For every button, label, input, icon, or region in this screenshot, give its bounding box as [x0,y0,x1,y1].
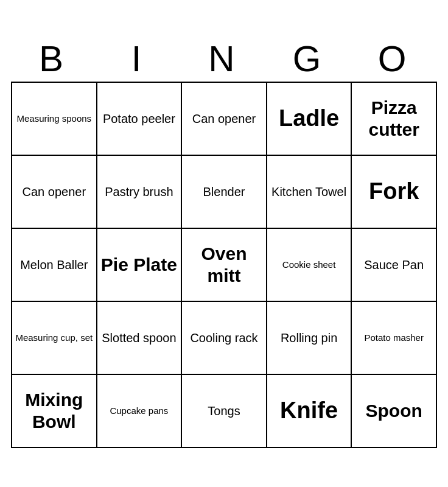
cell-text: Can opener [192,112,256,125]
cell-text: Melon Baller [20,258,88,272]
grid-cell: Potato masher [351,301,436,374]
cell-text: Pie Plate [101,254,177,275]
cell-text: Knife [280,398,338,423]
grid-cell: Knife [267,374,352,447]
grid-cell: Sauce Pan [351,228,436,301]
grid-cell: Rolling pin [267,301,352,374]
cell-text: Fork [369,178,419,204]
bingo-grid: Measuring spoonsPotato peelerCan openerL… [11,82,437,448]
grid-cell: Ladle [267,82,352,155]
cell-text: Measuring spoons [17,113,92,124]
grid-cell: Pastry brush [97,155,182,228]
bingo-letter: G [267,39,352,79]
grid-cell: Can opener [181,82,267,155]
grid-cell: Cupcake pans [97,374,182,447]
bingo-letter: N [181,39,267,79]
cell-text: Pastry brush [105,185,173,198]
table-row: Measuring cup, setSlotted spoonCooling r… [12,301,436,374]
grid-cell: Slotted spoon [97,301,182,374]
grid-cell: Fork [351,155,436,228]
bingo-letter: B [11,39,96,79]
cell-text: Oven mitt [201,244,247,286]
cell-text: Tongs [208,404,240,418]
cell-text: Potato peeler [103,112,175,125]
grid-cell: Melon Baller [12,228,97,301]
table-row: Mixing BowlCupcake pansTongsKnifeSpoon [12,374,436,447]
cell-text: Can opener [23,185,86,198]
grid-cell: Cooling rack [181,301,267,374]
cell-text: Cookie sheet [282,259,336,270]
grid-cell: Can opener [12,155,97,228]
table-row: Can openerPastry brushBlenderKitchen Tow… [12,155,436,228]
cell-text: Spoon [366,401,422,421]
cell-text: Potato masher [364,332,424,343]
grid-cell: Spoon [351,374,436,447]
grid-cell: Oven mitt [181,228,267,301]
grid-cell: Pizza cutter [351,82,436,155]
cell-text: Ladle [279,105,339,131]
cell-text: Measuring cup, set [15,332,93,343]
cell-text: Slotted spoon [102,331,176,345]
bingo-container: BINGO Measuring spoonsPotato peelerCan o… [11,39,437,448]
cell-text: Cooling rack [190,331,257,345]
cell-text: Rolling pin [281,331,337,345]
grid-cell: Pie Plate [97,228,182,301]
grid-cell: Tongs [181,374,267,447]
bingo-letter: O [352,39,437,79]
grid-cell: Measuring spoons [12,82,97,155]
cell-text: Blender [203,185,245,198]
grid-cell: Blender [181,155,267,228]
cell-text: Kitchen Towel [271,185,346,198]
cell-text: Sauce Pan [364,258,424,272]
grid-cell: Mixing Bowl [12,374,97,447]
grid-cell: Potato peeler [97,82,182,155]
cell-text: Pizza cutter [369,97,419,139]
table-row: Melon BallerPie PlateOven mittCookie she… [12,228,436,301]
cell-text: Cupcake pans [110,405,168,416]
grid-cell: Measuring cup, set [12,301,97,374]
bingo-header: BINGO [11,39,437,79]
grid-cell: Kitchen Towel [267,155,352,228]
cell-text: Mixing Bowl [25,390,83,432]
table-row: Measuring spoonsPotato peelerCan openerL… [12,82,436,155]
grid-cell: Cookie sheet [267,228,352,301]
bingo-letter: I [96,39,181,79]
